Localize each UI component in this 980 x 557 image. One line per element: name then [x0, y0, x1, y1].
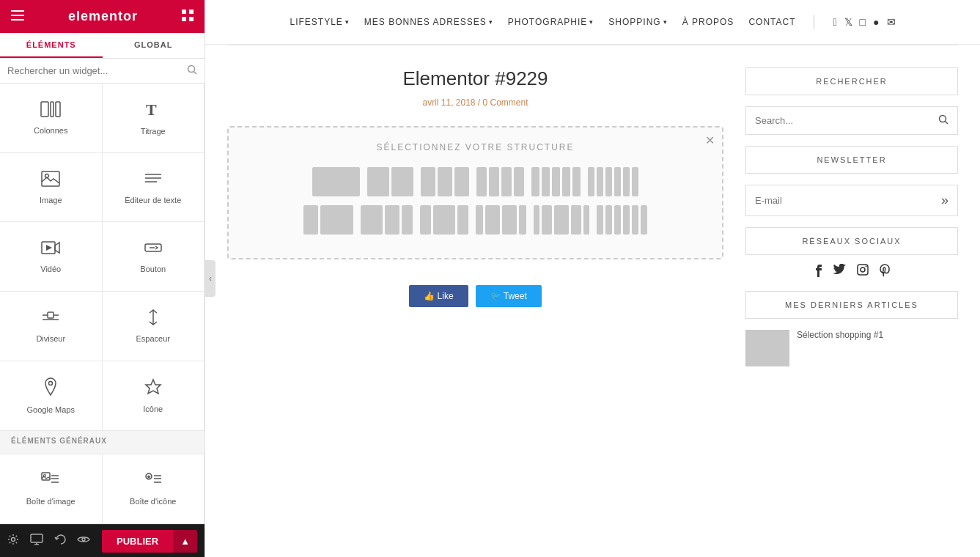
- sidebar-search-input[interactable]: [746, 108, 929, 133]
- nav-contact[interactable]: CONTACT: [748, 17, 795, 27]
- svg-rect-1: [11, 15, 24, 16]
- nav-bonnes-adresses-arrow: ▾: [489, 18, 493, 26]
- image-box-icon: [41, 472, 60, 493]
- widget-espaceur[interactable]: Espaceur: [103, 292, 205, 361]
- structure-option-1-3[interactable]: [303, 205, 353, 235]
- sidebar-instagram-icon[interactable]: [857, 264, 869, 280]
- sidebar-pinterest-icon[interactable]: [880, 264, 890, 280]
- svg-rect-11: [56, 102, 60, 117]
- structure-row-2: [243, 205, 707, 235]
- widget-diviseur[interactable]: Diviseur: [0, 292, 103, 361]
- svg-line-8: [194, 72, 197, 75]
- nav-shopping-arrow: ▾: [663, 18, 668, 26]
- structure-option-4col[interactable]: [476, 167, 524, 196]
- publish-arrow-button[interactable]: ▲: [173, 530, 197, 553]
- nav-instagram-icon[interactable]: □: [860, 16, 866, 28]
- search-section-title: RECHERCHER: [745, 67, 958, 95]
- structure-option-mixed6[interactable]: [597, 205, 647, 235]
- nav-shopping-label: SHOPPING: [608, 17, 660, 27]
- nav-lifestyle-arrow: ▾: [345, 18, 350, 26]
- structure-option-6col[interactable]: [588, 167, 638, 196]
- svg-rect-38: [31, 534, 43, 542]
- email-submit-button[interactable]: »: [932, 185, 957, 215]
- nav-a-propos[interactable]: À PROPOS: [682, 17, 734, 27]
- nav-facebook-icon[interactable]: : [833, 16, 836, 28]
- content-area: Elementor #9229 avril 11, 2018 / 0 Comme…: [205, 45, 980, 388]
- widget-icone[interactable]: Icône: [103, 361, 205, 431]
- structure-option-2-1[interactable]: [361, 205, 413, 235]
- widget-search-input[interactable]: [7, 65, 187, 76]
- tab-global[interactable]: GLOBAL: [103, 33, 205, 58]
- nav-socials:  𝕏 □ ● ✉: [833, 16, 895, 28]
- svg-line-43: [946, 122, 948, 125]
- svg-text:T: T: [146, 100, 157, 118]
- svg-point-46: [865, 266, 866, 268]
- sidebar-facebook-icon[interactable]: [814, 264, 822, 280]
- widget-boite-icone[interactable]: Boîte d'icône: [103, 454, 205, 524]
- widget-google-maps[interactable]: Google Maps: [0, 361, 103, 431]
- email-input[interactable]: [746, 188, 932, 213]
- video-icon: [41, 240, 60, 260]
- structure-option-1-2-1[interactable]: [420, 205, 468, 235]
- widget-google-maps-label: Google Maps: [27, 405, 75, 414]
- icon-box-icon: [144, 472, 163, 493]
- search-icon: [187, 64, 197, 77]
- widget-image[interactable]: Image: [0, 153, 103, 223]
- widget-video[interactable]: Vidéo: [0, 222, 103, 292]
- collapse-handle[interactable]: ‹: [205, 260, 215, 297]
- structure-option-5col[interactable]: [531, 167, 581, 196]
- structure-option-2col[interactable]: [367, 167, 413, 196]
- structure-option-mixed5[interactable]: [534, 205, 589, 235]
- nav-twitter-icon[interactable]: 𝕏: [844, 16, 852, 28]
- tab-elements[interactable]: ÉLÉMENTS: [0, 33, 103, 58]
- widget-boite-image[interactable]: Boîte d'image: [0, 454, 103, 524]
- svg-rect-9: [41, 102, 48, 117]
- like-label: Like: [438, 291, 454, 301]
- widget-search-bar: [0, 59, 205, 84]
- eye-icon[interactable]: [77, 534, 90, 548]
- tweet-button[interactable]: 🐦 Tweet: [476, 285, 542, 307]
- svg-point-25: [49, 381, 53, 385]
- svg-rect-2: [11, 19, 24, 21]
- nav-photographie-label: PHOTOGRAPHIE: [508, 17, 587, 27]
- divider-icon: [41, 309, 60, 330]
- article-preview-item[interactable]: Sélection shopping #1: [745, 330, 958, 366]
- structure-row-1: [243, 167, 707, 196]
- publish-button[interactable]: PUBLIER: [102, 530, 173, 553]
- panel-tabs: ÉLÉMENTS GLOBAL: [0, 33, 205, 59]
- grid-icon[interactable]: [182, 10, 194, 24]
- menu-icon[interactable]: [11, 10, 24, 23]
- structure-selector-title: SÉLECTIONNEZ VOTRE STRUCTURE: [243, 142, 707, 152]
- widget-colonnes[interactable]: Colonnes: [0, 84, 103, 153]
- like-button[interactable]: 👍 Like: [409, 285, 468, 307]
- nav-lifestyle-label: LIFESTYLE: [290, 17, 342, 27]
- widget-colonnes-label: Colonnes: [34, 126, 67, 135]
- sidebar: RECHERCHER NEWSLETTER: [745, 67, 958, 366]
- nav-bonnes-adresses[interactable]: MES BONNES ADRESSES ▾: [364, 17, 493, 27]
- structure-close-button[interactable]: ✕: [705, 133, 715, 147]
- desktop-icon[interactable]: [30, 534, 43, 548]
- publish-button-group: PUBLIER ▲: [102, 530, 197, 553]
- sidebar-twitter-icon[interactable]: [833, 264, 846, 280]
- widget-espaceur-label: Espaceur: [136, 334, 170, 343]
- nav-lifestyle[interactable]: LIFESTYLE ▾: [290, 17, 349, 27]
- social-icons-row: [745, 264, 958, 280]
- widget-bouton[interactable]: Bouton: [103, 222, 205, 292]
- structure-option-1col[interactable]: [312, 167, 360, 196]
- widget-editeur-texte[interactable]: Éditeur de texte: [103, 153, 205, 223]
- structure-option-3col[interactable]: [421, 167, 469, 196]
- undo-icon[interactable]: [54, 534, 66, 548]
- svg-point-41: [82, 538, 85, 541]
- icon-widget-icon: [144, 378, 162, 400]
- nav-shopping[interactable]: SHOPPING ▾: [608, 17, 667, 27]
- structure-option-mixed4[interactable]: [476, 205, 526, 235]
- article-preview-text: Sélection shopping #1: [797, 330, 883, 366]
- widget-titrage[interactable]: T Titrage: [103, 84, 205, 153]
- nav-email-icon[interactable]: ✉: [887, 16, 896, 28]
- widget-grid: Colonnes T Titrage: [0, 84, 205, 524]
- sidebar-search-button[interactable]: [929, 107, 957, 134]
- settings-icon[interactable]: [7, 534, 19, 548]
- nav-pinterest-icon[interactable]: ●: [873, 16, 879, 28]
- articles-section-title: MES DERNIERS ARTICLES: [745, 291, 958, 319]
- nav-photographie[interactable]: PHOTOGRAPHIE ▾: [508, 17, 594, 27]
